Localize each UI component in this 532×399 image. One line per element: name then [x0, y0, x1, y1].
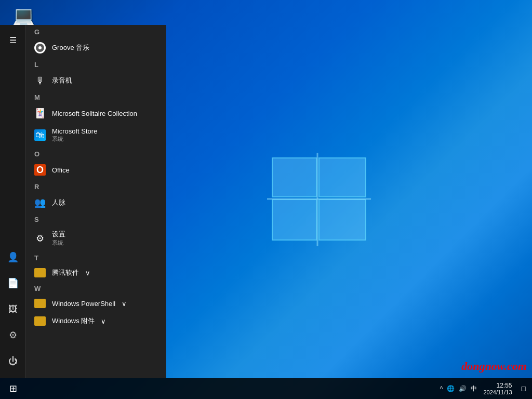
- accessories-name: Windows 附件: [52, 316, 95, 326]
- store-icon: 🛍: [34, 129, 46, 141]
- solitaire-info: Microsoft Solitaire Collection: [52, 110, 158, 117]
- app-powershell[interactable]: Windows PowerShell ∨: [26, 295, 166, 312]
- people-info: 人脉: [52, 198, 158, 207]
- hamburger-menu-button[interactable]: ☰: [0, 27, 26, 53]
- taskbar-right-area: ^ 🌐 🔊 中 12:55 2024/11/13 □: [439, 382, 532, 395]
- user-icon: 👤: [7, 251, 19, 263]
- tencent-folder-icon: [34, 268, 46, 277]
- tencent-arrow-icon: ∨: [85, 269, 90, 277]
- groove-name: Groove 音乐: [52, 43, 158, 52]
- photos-icon: 🖼: [8, 304, 18, 315]
- sidebar-item-documents[interactable]: 📄: [0, 270, 26, 296]
- app-tencent[interactable]: 腾讯软件 ∨: [26, 264, 166, 282]
- this-pc-icon-img: 💻: [12, 5, 35, 27]
- powershell-folder-icon: [34, 299, 46, 308]
- office-name: Office: [52, 166, 158, 174]
- input-method-icon[interactable]: 中: [470, 383, 478, 394]
- settings-icon: ⚙: [34, 233, 46, 244]
- people-icon: 👥: [34, 197, 46, 208]
- start-sidebar: ☰ 👤 📄 🖼 ⚙: [0, 25, 26, 378]
- app-settings[interactable]: ⚙ 设置 系统: [26, 225, 166, 251]
- power-icon: ⏻: [8, 356, 18, 367]
- powershell-info: Windows PowerShell: [52, 300, 115, 308]
- svg-marker-2: [272, 200, 316, 240]
- app-windows-accessories[interactable]: Windows 附件 ∨: [26, 312, 166, 330]
- store-info: Microsoft Store 系统: [52, 127, 158, 143]
- taskbar-time: 12:55: [497, 382, 512, 389]
- start-button[interactable]: ⊞: [0, 378, 26, 399]
- groove-info: Groove 音乐: [52, 43, 158, 52]
- app-people[interactable]: 👥 人脉: [26, 193, 166, 212]
- solitaire-name: Microsoft Solitaire Collection: [52, 110, 158, 117]
- taskbar: ⊞ ^ 🌐 🔊 中 12:55 2024/11/13 □: [0, 378, 532, 399]
- section-letter-t: T: [26, 251, 166, 264]
- sidebar-item-power[interactable]: ⏻: [0, 348, 26, 374]
- system-tray-icons: ^ 🌐 🔊 中: [439, 383, 478, 394]
- store-name: Microsoft Store: [52, 127, 158, 135]
- svg-marker-3: [319, 200, 366, 240]
- people-name: 人脉: [52, 198, 158, 207]
- taskbar-date: 2024/11/13: [483, 389, 512, 395]
- recorder-name: 录音机: [52, 76, 158, 85]
- desktop: 💻 此电脑 ☰ 👤 📄 🖼: [0, 0, 532, 399]
- recorder-info: 录音机: [52, 76, 158, 85]
- settings-sub: 系统: [52, 239, 158, 247]
- network-icon[interactable]: 🌐: [446, 384, 456, 393]
- section-letter-r: R: [26, 180, 166, 193]
- sidebar-item-user[interactable]: 👤: [0, 244, 26, 270]
- app-groove[interactable]: Groove 音乐: [26, 38, 166, 58]
- accessories-info: Windows 附件: [52, 316, 95, 326]
- settings-info: 设置 系统: [52, 230, 158, 247]
- accessories-arrow-icon: ∨: [101, 317, 106, 325]
- hamburger-icon: ☰: [9, 35, 17, 45]
- section-letter-m: M: [26, 90, 166, 103]
- tray-chevron-icon[interactable]: ^: [439, 384, 444, 393]
- section-letter-o: O: [26, 147, 166, 160]
- section-letter-s: S: [26, 212, 166, 225]
- app-solitaire[interactable]: 🃏 Microsoft Solitaire Collection: [26, 103, 166, 123]
- start-app-list: G Groove 音乐 L 🎙 录音机 M 🃏 Microsoft S: [26, 25, 166, 378]
- powershell-arrow-icon: ∨: [122, 300, 127, 308]
- start-menu: ☰ 👤 📄 🖼 ⚙: [0, 25, 166, 378]
- section-letter-w: W: [26, 282, 166, 295]
- settings-sidebar-icon: ⚙: [9, 329, 17, 341]
- section-letter-g: G: [26, 25, 166, 38]
- svg-marker-1: [319, 158, 366, 197]
- windows-logo: [267, 153, 371, 246]
- windows-start-icon: ⊞: [9, 383, 17, 394]
- office-info: Office: [52, 166, 158, 174]
- notification-button[interactable]: □: [520, 383, 528, 394]
- sidebar-item-photos[interactable]: 🖼: [0, 296, 26, 322]
- groove-icon: [34, 42, 46, 54]
- document-icon: 📄: [7, 277, 19, 289]
- store-sub: 系统: [52, 135, 158, 143]
- accessories-folder-icon: [34, 316, 46, 326]
- tencent-info: 腾讯软件: [52, 268, 79, 277]
- recorder-icon: 🎙: [34, 75, 46, 86]
- section-letter-l: L: [26, 58, 166, 71]
- app-recorder[interactable]: 🎙 录音机: [26, 71, 166, 90]
- app-store[interactable]: 🛍 Microsoft Store 系统: [26, 123, 166, 147]
- svg-marker-0: [272, 158, 316, 197]
- powershell-name: Windows PowerShell: [52, 300, 115, 308]
- watermark: dongnow.com: [461, 360, 527, 373]
- volume-icon[interactable]: 🔊: [458, 384, 468, 393]
- sidebar-item-settings[interactable]: ⚙: [0, 322, 26, 348]
- app-office[interactable]: O Office: [26, 160, 166, 180]
- settings-name: 设置: [52, 230, 158, 239]
- taskbar-clock[interactable]: 12:55 2024/11/13: [483, 382, 512, 395]
- solitaire-icon: 🃏: [34, 108, 46, 119]
- tencent-name: 腾讯软件: [52, 268, 79, 277]
- sidebar-bottom-items: 👤 📄 🖼 ⚙ ⏻: [0, 244, 26, 378]
- office-icon: O: [34, 164, 46, 176]
